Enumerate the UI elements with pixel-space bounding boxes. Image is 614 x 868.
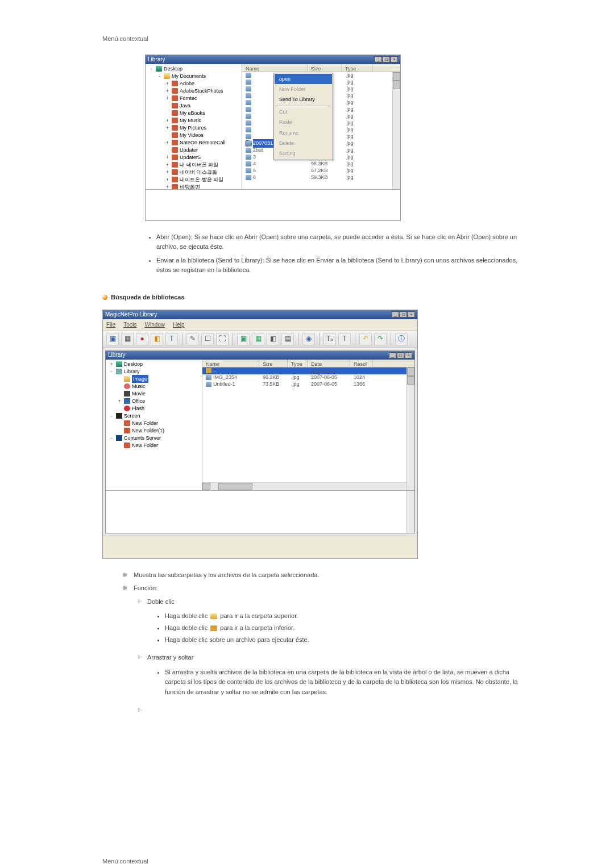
menu-item[interactable]: File <box>106 320 115 329</box>
menu-item[interactable]: Window <box>144 320 165 329</box>
vertical-scrollbar[interactable] <box>392 72 400 189</box>
col-date-header[interactable]: Date Registered <box>308 360 350 367</box>
tool-icon[interactable]: ◉ <box>302 333 315 345</box>
close-icon[interactable]: × <box>408 311 415 318</box>
tree-item[interactable]: Java <box>147 102 240 110</box>
folder-tree[interactable]: -Desktop-My Documents+Adobe+AdobeStockPh… <box>146 64 242 189</box>
section-title: Búsqueda de bibliotecas <box>111 293 185 303</box>
tool-icon[interactable]: Tₐ <box>323 333 336 345</box>
text-tool-icon[interactable]: T <box>165 333 178 345</box>
vertical-scrollbar[interactable] <box>406 368 414 490</box>
file-icon <box>246 93 251 98</box>
tree-item[interactable]: Music <box>107 383 201 390</box>
tree-item[interactable]: My Videos <box>147 132 240 139</box>
maximize-icon[interactable]: □ <box>397 352 404 358</box>
tree-item[interactable]: +Forntec <box>147 95 240 102</box>
help-icon[interactable]: ⓘ <box>395 333 408 345</box>
tree-item[interactable]: New Folder <box>107 442 201 449</box>
tree-item[interactable]: New Folder <box>107 420 201 427</box>
tool-icon[interactable]: ⛶ <box>216 333 229 345</box>
context-menu[interactable]: openNew FolderSend To LibraryCutPasteRen… <box>273 73 333 160</box>
col-size-header[interactable]: Size <box>308 64 342 72</box>
tree-item[interactable]: +바탕화면 <box>147 183 240 189</box>
tree-item[interactable]: -Desktop <box>147 65 240 73</box>
minimize-icon[interactable]: _ <box>392 311 399 318</box>
folder-icon <box>172 162 178 168</box>
folder-icon <box>172 147 178 153</box>
window-controls: _ □ × <box>375 56 398 62</box>
context-menu-item[interactable]: Send To Library <box>275 94 332 105</box>
tool-icon[interactable]: ● <box>136 333 148 345</box>
sub-item: ⊩ Doble clic <box>138 597 523 607</box>
tree-item[interactable]: +네이버 데스크톱 <box>147 169 240 176</box>
tool-icon[interactable]: ▣ <box>106 333 119 345</box>
window-titlebar: Library _ □ × <box>146 55 400 64</box>
tree-item[interactable]: -Contents Server <box>107 435 201 442</box>
menu-item[interactable]: Help <box>173 320 185 329</box>
col-type-header[interactable]: Type <box>288 360 308 367</box>
tree-item[interactable]: +Adobe <box>147 80 240 87</box>
col-size-header[interactable]: Size <box>259 360 288 367</box>
tree-item[interactable]: New Folder(1) <box>107 427 201 435</box>
close-icon[interactable]: × <box>391 56 398 62</box>
tree-item[interactable]: -Screen <box>107 412 201 420</box>
col-resol-header[interactable]: Resol <box>350 360 373 367</box>
tree-item[interactable]: +My Pictures <box>147 124 240 132</box>
list-item: Haga doble clic para ir a la carpeta sup… <box>165 611 523 621</box>
tree-item[interactable]: My eBooks <box>147 110 240 117</box>
context-menu-item[interactable]: open <box>275 74 332 84</box>
tool-icon[interactable]: ☐ <box>201 333 214 345</box>
tool-icon[interactable]: ▣ <box>237 333 250 345</box>
preview-pane <box>106 490 414 533</box>
preview-pane <box>146 189 400 220</box>
horizontal-scrollbar[interactable] <box>202 482 406 490</box>
tool-icon[interactable]: ✎ <box>186 333 199 345</box>
library-tree[interactable]: +Desktop-Library Image Music Movie+Offic… <box>106 360 202 490</box>
tool-icon[interactable]: ▦ <box>252 333 264 345</box>
tree-item[interactable]: +내 네이버폰 파일 <box>147 161 240 169</box>
tool-icon[interactable]: ▤ <box>281 333 294 345</box>
col-name-header[interactable]: Name <box>202 360 259 367</box>
menu-item[interactable]: Tools <box>123 320 136 329</box>
status-area <box>103 536 417 558</box>
tree-item[interactable]: -Library <box>107 368 201 375</box>
redo-icon[interactable]: ↷ <box>374 333 387 345</box>
tree-item[interactable]: Flash <box>107 405 201 412</box>
function-item: ❋ Función: <box>122 583 523 594</box>
tool-icon[interactable]: ◧ <box>267 333 279 345</box>
vertical-scrollbar[interactable] <box>406 491 414 533</box>
list-item: Haga doble clic para ir a la carpeta inf… <box>165 623 523 633</box>
tree-item[interactable]: +AdobeStockPhotos <box>147 87 240 95</box>
table-row[interactable]: 659.3KB.jpg <box>242 174 400 181</box>
tree-item[interactable]: -My Documents <box>147 73 240 80</box>
context-description-list: Abrir (Open): Si se hace clic en Abrir (… <box>156 232 523 276</box>
tree-item[interactable]: +네이트온 받은 파일 <box>147 176 240 183</box>
tree-item[interactable]: +My Music <box>147 117 240 124</box>
tree-item[interactable]: Image <box>107 375 201 383</box>
tree-item[interactable]: Updater <box>147 147 240 154</box>
tree-item[interactable]: +Office <box>107 398 201 405</box>
tree-item[interactable]: +Desktop <box>107 361 201 368</box>
library-file-rows[interactable]: ..IMG_235496.2KB.jpg2007-06-051024Untitl… <box>202 368 414 388</box>
chevron-icon: ⊩ <box>138 597 143 607</box>
minimize-icon[interactable]: _ <box>375 56 382 62</box>
tool-icon[interactable]: T <box>338 333 351 345</box>
tool-icon[interactable]: ◧ <box>151 333 163 345</box>
folder-icon <box>124 398 130 404</box>
folder-icon <box>164 73 170 79</box>
close-icon[interactable]: × <box>405 352 412 358</box>
tree-item[interactable]: +NateOn RemoteCall <box>147 139 240 147</box>
tree-item[interactable]: +Updater5 <box>147 154 240 161</box>
minimize-icon[interactable]: _ <box>389 352 396 358</box>
maximize-icon[interactable]: □ <box>400 311 407 318</box>
tree-item[interactable]: Movie <box>107 390 201 398</box>
col-name-header[interactable]: Name <box>242 64 308 72</box>
maximize-icon[interactable]: □ <box>383 56 390 62</box>
table-row[interactable]: Untitled-173.5KB.jpg2007-06-051366 <box>202 381 414 388</box>
folder-icon <box>172 125 178 131</box>
menu-bar[interactable]: FileToolsWindowHelp <box>103 319 417 331</box>
tool-icon[interactable]: ▦ <box>121 333 134 345</box>
undo-icon[interactable]: ↶ <box>359 333 372 345</box>
col-type-header[interactable]: Type <box>342 64 373 72</box>
app-title: MagicNetPro Library <box>105 310 157 319</box>
